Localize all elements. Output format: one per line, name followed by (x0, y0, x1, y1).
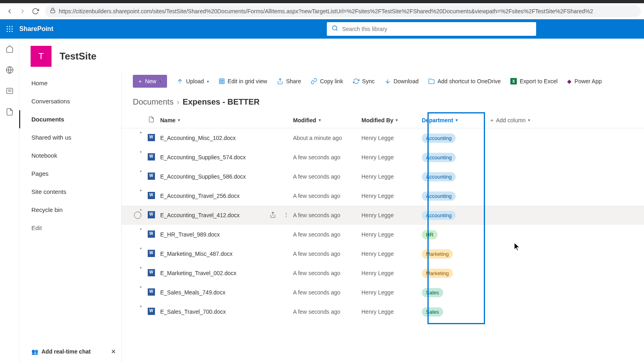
nav-edit[interactable]: Edit (19, 219, 121, 237)
select-circle[interactable] (134, 212, 141, 219)
address-bar[interactable]: https://citizenbuilders.sharepoint.com/s… (45, 5, 641, 17)
file-name[interactable]: E_Marketing_Travel_002.docx (160, 270, 236, 276)
modifiedby-cell[interactable]: Henry Legge (361, 193, 422, 199)
svg-point-3 (12, 26, 13, 27)
department-pill[interactable]: Accounting (422, 211, 456, 220)
file-name[interactable]: E_Accounting_Travel_256.docx (160, 193, 239, 199)
table-row[interactable]: ✦E_Accounting_Supplies_574.docxA few sec… (122, 148, 644, 167)
news-icon[interactable] (6, 87, 14, 97)
file-name[interactable]: E_Sales_Meals_749.docx (160, 289, 225, 296)
nav-pages[interactable]: Pages (19, 165, 121, 183)
column-modified[interactable]: Modified▾ (293, 117, 361, 123)
nav-conversations[interactable]: Conversations (19, 92, 121, 110)
share-button[interactable]: Share (277, 78, 301, 84)
department-pill[interactable]: Accounting (422, 191, 456, 201)
modified-cell: A few seconds ago (293, 251, 361, 257)
modifiedby-cell[interactable]: Henry Legge (361, 135, 422, 141)
sync-button[interactable]: Sync (353, 78, 375, 84)
department-pill[interactable]: HR (422, 230, 438, 239)
file-name[interactable]: E_HR_Travel_989.docx (160, 231, 220, 238)
nav-recyclebin[interactable]: Recycle bin (19, 201, 121, 219)
modifiedby-cell[interactable]: Henry Legge (361, 154, 422, 160)
home-icon[interactable] (6, 45, 14, 55)
file-name[interactable]: E_Sales_Travel_700.docx (160, 309, 226, 315)
powerapps-icon: ◆ (567, 78, 572, 84)
document-table: Name▾ Modified▾ Modified By▾ Department▾… (122, 112, 644, 321)
nav-shared[interactable]: Shared with us (19, 128, 121, 146)
site-title[interactable]: TestSite (60, 51, 97, 62)
file-name[interactable]: E_Accounting_Supplies_574.docx (160, 154, 246, 160)
nav-documents[interactable]: Documents (19, 110, 121, 128)
department-pill[interactable]: Marketing (422, 269, 453, 278)
realtime-chat-promo[interactable]: 👥 Add real-time chat ✕ (27, 344, 120, 359)
copy-link-button[interactable]: Copy link (311, 78, 343, 84)
brand-label[interactable]: SharePoint (19, 25, 53, 33)
browser-toolbar: https://citizenbuilders.sharepoint.com/s… (0, 3, 644, 19)
table-header: Name▾ Modified▾ Modified By▾ Department▾… (122, 112, 644, 128)
nav-notebook[interactable]: Notebook (19, 146, 121, 165)
column-name[interactable]: Name▾ (160, 117, 293, 123)
nav-sitecontents[interactable]: Site contents (19, 183, 121, 201)
forward-button[interactable] (16, 5, 29, 18)
search-input[interactable] (342, 26, 531, 32)
edit-grid-button[interactable]: Edit in grid view (219, 78, 267, 84)
file-name[interactable]: E_Accounting_Misc_102.docx (160, 135, 236, 141)
table-row[interactable]: ✦E_Sales_Meals_749.docxA few seconds ago… (122, 283, 644, 302)
globe-icon[interactable] (6, 66, 14, 76)
modifiedby-cell[interactable]: Henry Legge (361, 251, 422, 257)
shortcut-button[interactable]: Add shortcut to OneDrive (428, 78, 501, 84)
column-department[interactable]: Department▾ (422, 117, 474, 123)
word-file-icon (148, 250, 155, 257)
table-row[interactable]: ✦E_Accounting_Supplies_586.docxA few sec… (122, 167, 644, 186)
table-row[interactable]: ✦E_HR_Travel_989.docxA few seconds agoHe… (122, 225, 644, 244)
column-icon[interactable] (142, 116, 160, 124)
reload-button[interactable] (29, 5, 42, 18)
add-column-button[interactable]: +Add column▾ (490, 117, 555, 123)
table-row[interactable]: ✦E_Accounting_Travel_412.docx⋮A few seco… (122, 206, 644, 225)
department-pill[interactable]: Marketing (422, 249, 453, 259)
new-button[interactable]: + New ▾ (133, 75, 167, 88)
search-box[interactable] (327, 22, 536, 36)
table-row[interactable]: ✦E_Accounting_Travel_256.docxA few secon… (122, 186, 644, 206)
table-row[interactable]: ✦E_Marketing_Travel_002.docxA few second… (122, 263, 644, 283)
department-pill[interactable]: Accounting (422, 172, 456, 181)
breadcrumb-root[interactable]: Documents (133, 97, 173, 107)
files-icon[interactable] (6, 108, 14, 117)
column-modifiedby[interactable]: Modified By▾ (361, 117, 422, 123)
svg-point-4 (7, 29, 8, 30)
app-launcher-icon[interactable] (3, 23, 16, 35)
department-pill[interactable]: Accounting (422, 153, 456, 162)
modifiedby-cell[interactable]: Henry Legge (361, 289, 422, 296)
word-file-icon (148, 173, 155, 180)
share-icon[interactable] (270, 212, 276, 219)
file-name[interactable]: E_Accounting_Supplies_586.docx (160, 173, 246, 180)
upload-button[interactable]: Upload ▾ (177, 78, 208, 84)
power-apps-button[interactable]: ◆ Power App (567, 78, 602, 84)
department-pill[interactable]: Accounting (422, 134, 456, 143)
modifiedby-cell[interactable]: Henry Legge (361, 231, 422, 238)
export-excel-button[interactable]: X Export to Excel (510, 78, 557, 84)
modifiedby-cell[interactable]: Henry Legge (361, 173, 422, 180)
file-name[interactable]: E_Accounting_Travel_412.docx (160, 212, 239, 218)
download-button[interactable]: Download (384, 78, 419, 84)
svg-point-7 (7, 31, 8, 32)
site-logo[interactable]: T (31, 46, 52, 67)
table-row[interactable]: ✦E_Sales_Travel_700.docxA few seconds ag… (122, 302, 644, 321)
modifiedby-cell[interactable]: Henry Legge (361, 212, 422, 218)
new-indicator-icon: ✦ (139, 208, 142, 212)
modifiedby-cell[interactable]: Henry Legge (361, 309, 422, 315)
file-name[interactable]: E_Marketing_Misc_487.docx (160, 251, 233, 257)
modifiedby-cell[interactable]: Henry Legge (361, 270, 422, 276)
department-pill[interactable]: Sales (422, 307, 443, 317)
svg-point-8 (9, 31, 10, 32)
nav-home[interactable]: Home (19, 74, 121, 92)
word-file-icon (148, 211, 155, 218)
department-pill[interactable]: Sales (422, 288, 443, 297)
more-icon[interactable]: ⋮ (283, 212, 289, 219)
close-icon[interactable]: ✕ (111, 348, 116, 355)
new-indicator-icon: ✦ (139, 227, 142, 231)
back-button[interactable] (3, 5, 16, 18)
table-row[interactable]: ✦E_Marketing_Misc_487.docxA few seconds … (122, 244, 644, 263)
table-row[interactable]: ✦E_Accounting_Misc_102.docxAbout a minut… (122, 128, 644, 148)
new-indicator-icon: ✦ (139, 150, 142, 154)
